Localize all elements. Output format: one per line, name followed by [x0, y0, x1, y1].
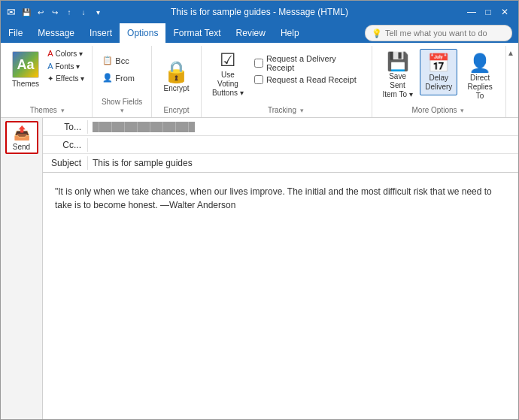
delivery-receipt-checkbox[interactable]	[254, 59, 263, 68]
send-pane: 📤 Send	[1, 118, 43, 419]
show-fields-collapse-icon[interactable]: ▾	[119, 107, 126, 114]
show-fields-group: 📋 Bcc 👤 From Show Fields ▾	[93, 46, 152, 117]
effects-button[interactable]: ✦ Effects ▾	[44, 73, 87, 84]
from-icon: 👤	[102, 73, 113, 83]
minimize-button[interactable]: —	[464, 5, 479, 20]
ribbon: Aa Themes A Colors ▾ A Fonts ▾ ✦ Effects…	[1, 43, 518, 118]
customize-icon[interactable]: ▾	[92, 6, 104, 18]
cc-row: Cc...	[43, 136, 518, 154]
quick-access-toolbar: 💾 ↩ ↪ ↑ ↓ ▾	[20, 6, 104, 18]
themes-button[interactable]: Aa Themes	[8, 47, 43, 92]
menu-file[interactable]: File	[1, 23, 30, 43]
title-bar-left: ✉ 💾 ↩ ↪ ↑ ↓ ▾	[7, 6, 104, 18]
tracking-collapse-icon[interactable]: ▾	[299, 107, 305, 114]
themes-small-buttons: A Colors ▾ A Fonts ▾ ✦ Effects ▾	[44, 47, 87, 84]
email-area: 📤 Send To... Cc... Subj	[1, 118, 518, 419]
window-title: This is for sample guides - Message (HTM…	[171, 7, 348, 17]
menu-help[interactable]: Help	[273, 23, 307, 43]
bcc-button[interactable]: 📋 Bcc	[97, 53, 134, 68]
cc-input[interactable]	[88, 138, 518, 152]
fonts-button[interactable]: A Fonts ▾	[44, 60, 87, 72]
effects-icon: ✦	[47, 74, 53, 83]
tracking-group-label: Tracking ▾	[206, 104, 367, 116]
to-button[interactable]: To...	[43, 120, 88, 134]
save-icon: 💾	[387, 51, 409, 72]
redo-icon[interactable]: ↪	[49, 6, 61, 18]
direct-replies-icon: 👤	[469, 53, 491, 74]
email-fields: To... Cc... Subject	[43, 118, 518, 173]
colors-button[interactable]: A Colors ▾	[44, 47, 87, 59]
undo-icon[interactable]: ↩	[35, 6, 47, 18]
effects-label: Effects ▾	[56, 74, 84, 83]
title-bar: ✉ 💾 ↩ ↪ ↑ ↓ ▾ This is for sample guides …	[1, 1, 518, 23]
ribbon-collapse-button[interactable]: ▲	[506, 46, 515, 117]
tracking-checkboxes: Request a Delivery Receipt Request a Rea…	[253, 47, 367, 85]
help-search-input[interactable]	[385, 29, 505, 38]
encrypt-button[interactable]: 🔒 Encrypt	[156, 56, 196, 96]
maximize-button[interactable]: □	[481, 5, 496, 20]
menu-bar: File Message Insert Options Format Text …	[1, 23, 518, 43]
encrypt-label: Encrypt	[164, 84, 190, 92]
voting-label: Use VotingButtons ▾	[210, 71, 246, 98]
save-sent-button[interactable]: 💾 Save SentItem To ▾	[377, 49, 419, 101]
tracking-content: ☑ Use VotingButtons ▾ Request a Delivery…	[206, 47, 367, 104]
from-label: From	[115, 74, 135, 83]
voting-buttons-button[interactable]: ☑ Use VotingButtons ▾	[206, 47, 250, 100]
subject-input[interactable]	[88, 156, 518, 170]
down-icon[interactable]: ↓	[77, 6, 90, 18]
send-icon: 📤	[14, 125, 30, 141]
lightbulb-icon: 💡	[372, 29, 382, 38]
themes-group: Aa Themes A Colors ▾ A Fonts ▾ ✦ Effects…	[4, 46, 93, 117]
themes-group-label: Themes ▾	[8, 104, 87, 116]
compose-main: To... Cc... Subject "It is only when we …	[43, 118, 518, 419]
direct-replies-button[interactable]: 👤 DirectReplies To	[459, 49, 501, 104]
themes-icon: Aa	[12, 51, 39, 78]
delay-icon: 📅	[427, 53, 450, 74]
themes-label: Themes	[12, 80, 39, 88]
menu-message[interactable]: Message	[30, 23, 82, 43]
menu-options[interactable]: Options	[120, 23, 165, 43]
menu-format-text[interactable]: Format Text	[165, 23, 228, 43]
from-button[interactable]: 👤 From	[97, 71, 140, 85]
fonts-label: Fonts ▾	[55, 62, 80, 71]
delivery-receipt-row[interactable]: Request a Delivery Receipt	[253, 53, 367, 73]
more-options-content: 💾 Save SentItem To ▾ 📅 DelayDelivery 👤 D…	[377, 47, 501, 104]
send-button[interactable]: 📤 Send	[5, 121, 38, 154]
encrypt-group: 🔒 Encrypt Encrypt	[152, 46, 202, 117]
app-icon: ✉	[7, 6, 16, 18]
help-search[interactable]: 💡	[365, 25, 512, 41]
tracking-group: ☑ Use VotingButtons ▾ Request a Delivery…	[202, 46, 372, 117]
close-button[interactable]: ✕	[497, 5, 512, 20]
more-options-label: More Options ▾	[377, 104, 501, 116]
lock-icon: 🔒	[163, 59, 190, 84]
show-fields-label: Show Fields ▾	[97, 96, 147, 116]
subject-row: Subject	[43, 154, 518, 172]
more-options-collapse-icon[interactable]: ▾	[459, 107, 466, 114]
colors-label: Colors ▾	[55, 50, 83, 58]
body-text: "It is only when we take chances, when o…	[55, 185, 506, 212]
themes-collapse-icon[interactable]: ▾	[59, 107, 66, 114]
delivery-receipt-label: Request a Delivery Receipt	[266, 54, 366, 72]
menu-review[interactable]: Review	[229, 23, 273, 43]
up-icon[interactable]: ↑	[63, 6, 75, 18]
menu-insert[interactable]: Insert	[82, 23, 120, 43]
save-quick-icon[interactable]: 💾	[20, 6, 32, 18]
send-label: Send	[13, 143, 30, 151]
compose-body[interactable]: "It is only when we take chances, when o…	[43, 173, 518, 419]
themes-group-content: Aa Themes A Colors ▾ A Fonts ▾ ✦ Effects…	[8, 47, 87, 104]
subject-label: Subject	[43, 156, 88, 170]
bcc-label: Bcc	[115, 56, 129, 65]
bcc-icon: 📋	[102, 56, 113, 65]
compose-row: 📤 Send To... Cc... Subj	[1, 118, 518, 419]
read-receipt-row[interactable]: Request a Read Receipt	[253, 74, 367, 85]
vote-icon: ☑	[220, 50, 236, 71]
fonts-icon: A	[47, 62, 53, 71]
read-receipt-label: Request a Read Receipt	[266, 75, 357, 84]
save-sent-label: Save SentItem To ▾	[381, 72, 415, 99]
cc-button[interactable]: Cc...	[43, 138, 88, 152]
to-input[interactable]	[88, 120, 518, 134]
delay-delivery-button[interactable]: 📅 DelayDelivery	[420, 49, 457, 95]
show-fields-content: 📋 Bcc 👤 From	[97, 47, 147, 96]
read-receipt-checkbox[interactable]	[254, 75, 263, 84]
direct-replies-label: DirectReplies To	[463, 74, 497, 101]
